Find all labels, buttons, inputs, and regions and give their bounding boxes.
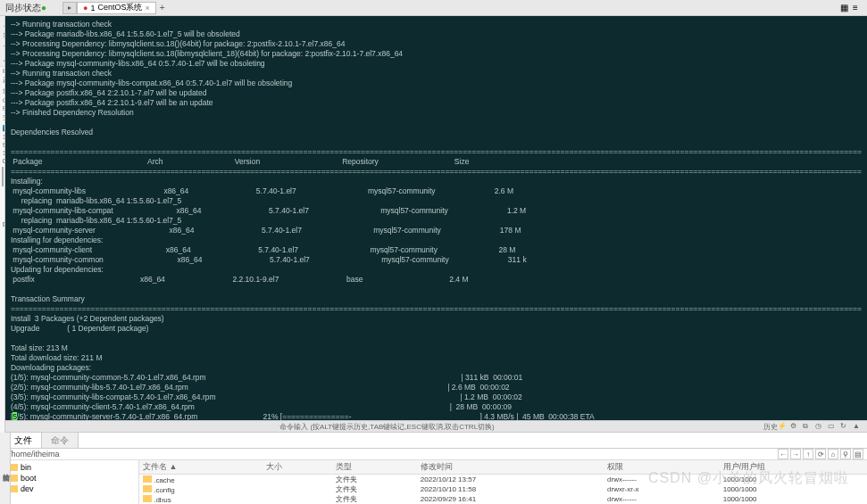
sync-status: 同步状态 ● [0, 2, 63, 14]
tab-title: CentOS系统 [97, 2, 142, 13]
tab-commands[interactable]: 命令 [42, 433, 79, 448]
tab-list-button[interactable]: ▸ [63, 2, 77, 14]
sync-icon[interactable]: ↻ [840, 422, 849, 431]
folder-icon[interactable]: ▭ [828, 422, 837, 431]
file-row[interactable]: .cache文件夹2022/10/12 13:57drwx------1000/… [139, 475, 867, 485]
tree-item[interactable]: bin [9, 462, 135, 473]
nav-home-icon[interactable]: ⌂ [828, 449, 838, 459]
tab-icon: ● [83, 4, 88, 12]
nav-fwd-icon[interactable]: → [790, 449, 801, 459]
process-list: 11.8M 1.7 utfgrabl99.8M 7 yum11.6M 1 utf… [0, 133, 4, 165]
command-hint-bar: 命令输入 (按ALT键提示历史,TAB键续记,ESC键取消,双击CTRL切换) … [5, 420, 867, 433]
terminal-output[interactable]: --> Running transaction check ---> Packa… [5, 16, 867, 420]
left-vertical-label[interactable]: 新闻传输 [0, 433, 11, 504]
top-bar: 同步状态 ● ▸ ● 1 CentOS系统 × + ▦ ≡ [0, 0, 867, 16]
tab-strip: ▸ ● 1 CentOS系统 × + [63, 2, 169, 14]
nav-view-icon[interactable]: ▤ [853, 449, 863, 459]
nav-back-icon[interactable]: ← [778, 449, 788, 459]
file-row[interactable]: .config文件夹2022/10/10 11:58drwxr-xr-x1000… [139, 484, 867, 494]
file-pane: 文件 命令 /home/itheima ← → ↑ ⟳ ⌂ ⚲ ▤ binboo… [5, 433, 867, 504]
net-chart [2, 167, 4, 186]
tree-item[interactable]: dev [9, 483, 135, 494]
up-icon[interactable]: ▲ [853, 422, 862, 431]
menu-icon[interactable]: ≡ [853, 3, 863, 13]
nav-refresh-icon[interactable]: ⟳ [815, 449, 826, 459]
tab-close-icon[interactable]: × [145, 4, 149, 12]
clock-icon[interactable]: ◷ [815, 422, 824, 431]
tab-centos[interactable]: ● 1 CentOS系统 × [77, 2, 156, 14]
file-tree[interactable]: binbootdev [5, 460, 139, 504]
file-table[interactable]: 文件名 ▲大小类型修改时间权限用户/用户组 .cache文件夹2022/10/1… [139, 460, 867, 504]
bolt-icon[interactable]: ⚡ [778, 422, 787, 431]
top-right-icons: ▦ ≡ [840, 3, 867, 13]
grid-icon[interactable]: ▦ [840, 3, 851, 13]
nav-search-icon[interactable]: ⚲ [840, 449, 851, 459]
nav-up-icon[interactable]: ↑ [803, 449, 813, 459]
path-bar: /home/itheima ← → ↑ ⟳ ⌂ ⚲ ▤ [5, 449, 867, 460]
tab-files[interactable]: 文件 [5, 433, 42, 448]
hint-status[interactable]: 历史 [763, 422, 778, 432]
tree-item[interactable]: boot [9, 473, 135, 483]
gear-icon[interactable]: ⚙ [790, 422, 799, 431]
tab-add-button[interactable]: + [156, 3, 169, 12]
tab-number: 1 [90, 4, 95, 12]
current-path[interactable]: /home/itheima [9, 450, 60, 459]
copy-icon[interactable]: ⧉ [803, 422, 812, 431]
file-row[interactable]: .dbus文件夹2022/09/29 16:41drwx------1000/1… [139, 494, 867, 504]
hint-text: 命令输入 (按ALT键提示历史,TAB键续记,ESC键取消,双击CTRL切换) [11, 422, 763, 432]
